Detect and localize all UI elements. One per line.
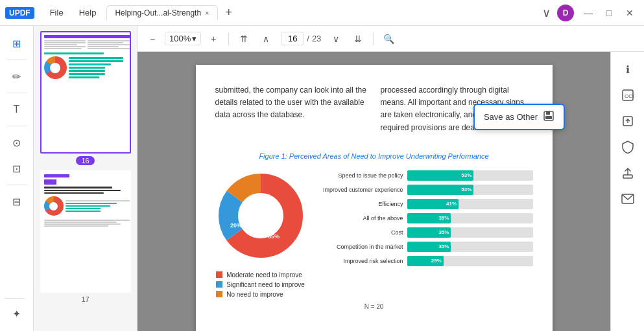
organize-icon[interactable]: ⊟ [5,189,29,214]
share-icon[interactable] [615,161,640,185]
legend-label-moderate: Moderate need to improve [226,271,302,279]
svg-text:OCR: OCR [625,93,634,99]
bar-pct-label: 35% [438,215,449,221]
bar-pct-label: 35% [438,229,449,235]
zoom-level-label: 100% [169,34,191,43]
bar-label: All of the above [319,215,403,222]
bar-pct-label: 53% [461,187,471,192]
pdf-text-left: submitted, the company can look into all… [215,84,368,134]
bars-section: Speed to issue the policy 53% Improved c… [319,170,533,266]
thumbnail-panel: 16 [34,26,137,331]
security-icon[interactable] [615,135,640,159]
bar-fill: 53% [407,185,474,195]
thumb-17-frame[interactable] [40,170,131,293]
bar-pct-label: 53% [461,172,471,178]
main-area: ⊞ ✏ T ⊙ ⊡ ⊟ ✦ [0,26,644,331]
ocr-icon[interactable]: ⊡ [5,156,29,181]
bar-row: Improved customer experience 53% [319,185,533,195]
donut-section: 15% 20% 65% Moderate need to improve [215,170,306,298]
close-button[interactable]: ✕ [621,4,639,22]
search-button[interactable]: 🔍 [379,29,398,49]
chart-title: Figure 1: Perceived Areas of Need to Imp… [215,152,533,160]
active-tab[interactable]: Helping-Out...al-Strength × [106,5,217,20]
bar-fill: 35% [407,242,451,252]
legend-item-significant: Significant need to improve [216,281,305,288]
donut-chart-svg: 15% 20% 65% [215,170,306,261]
pages-icon[interactable]: ⊞ [5,31,29,56]
ai-icon[interactable]: ✦ [5,301,29,326]
sidebar-divider-5 [5,298,24,299]
legend-label-noneed: No need to improve [226,291,283,298]
new-tab-button[interactable]: + [222,5,237,21]
chart-area: 15% 20% 65% Moderate need to improve [215,170,533,298]
legend-color-significant [216,281,222,288]
window-controls: — □ ✕ [579,4,639,22]
save-as-other-icon [543,110,555,124]
tab-bar: Helping-Out...al-Strength × + ∨ [106,5,555,21]
legend-label-significant: Significant need to improve [226,281,305,288]
zoom-in-button[interactable]: + [204,29,223,49]
info-icon[interactable]: ℹ [615,57,640,82]
page-first-button[interactable]: ⇈ [234,29,254,49]
bar-fill: 35% [407,227,451,238]
thumb-16-content [42,32,131,152]
bar-fill: 35% [407,213,451,223]
page-total-label: 23 [312,34,321,43]
save-as-other-label: Save as Other [484,112,538,122]
sidebar-divider-2 [7,93,27,93]
tab-close-button[interactable]: × [205,9,209,17]
email-icon[interactable] [615,187,640,211]
bar-fill: 53% [407,170,474,181]
page-navigation: / 23 [281,32,321,45]
extract-icon[interactable] [615,109,640,133]
thumb-16-frame[interactable] [40,31,131,154]
thumb-16-label: 16 [76,156,94,165]
bar-label: Speed to issue the policy [319,172,403,179]
bar-track: 35% [407,242,533,252]
svg-rect-9 [545,116,552,119]
bar-label: Competition in the market [319,244,403,250]
app-logo[interactable]: UPDF [5,7,34,19]
top-bar: UPDF File Help Helping-Out...al-Strength… [0,0,644,26]
legend-color-noneed [216,291,222,297]
minimize-button[interactable]: — [579,4,597,22]
thumbnail-page-16[interactable]: 16 [40,31,131,165]
bar-track: 35% [407,213,533,223]
zoom-display[interactable]: 100% ▾ [165,32,201,45]
thumbnail-page-17[interactable]: 17 [40,170,131,303]
zoom-dropdown-icon: ▾ [192,34,197,43]
tab-overflow-button[interactable]: ∨ [538,5,555,21]
bar-row: Improved risk selection 29% [319,256,533,266]
annotate-icon[interactable]: ✏ [5,64,29,89]
thumb-17-label: 17 [81,295,89,303]
bar-row: Speed to issue the policy 53% [319,170,533,181]
maximize-button[interactable]: □ [600,4,618,22]
toolbar-separator-2 [373,32,374,45]
save-as-other-button[interactable]: Save as Other [473,104,565,130]
bar-track: 29% [407,256,533,266]
svg-text:65%: 65% [267,233,279,240]
bar-track: 53% [407,185,533,195]
toolbar-separator-1 [228,32,229,45]
menu-file[interactable]: File [42,5,71,20]
page-next-button[interactable]: ∨ [326,29,346,49]
bar-fill: 41% [407,199,459,209]
pdf-content-area[interactable]: submitted, the company can look into all… [137,52,610,331]
page-last-button[interactable]: ⇊ [348,29,368,49]
ocr-right-icon[interactable]: OCR [615,83,640,108]
svg-rect-14 [623,175,632,178]
svg-rect-8 [546,111,550,115]
svg-text:20%: 20% [230,222,241,229]
sidebar-divider-1 [7,60,27,60]
n-label: N = 20 [215,303,533,310]
page-number-input[interactable] [281,32,304,45]
convert-icon[interactable]: ⊙ [5,130,29,155]
menu-help[interactable]: Help [71,5,104,20]
bar-pct-label: 41% [446,201,457,207]
page-prev-button[interactable]: ∧ [256,29,276,49]
legend-color-moderate [216,271,222,278]
avatar[interactable]: D [557,5,574,21]
edit-icon[interactable]: T [5,97,29,122]
bar-track: 35% [407,227,533,238]
zoom-out-button[interactable]: − [143,29,162,49]
